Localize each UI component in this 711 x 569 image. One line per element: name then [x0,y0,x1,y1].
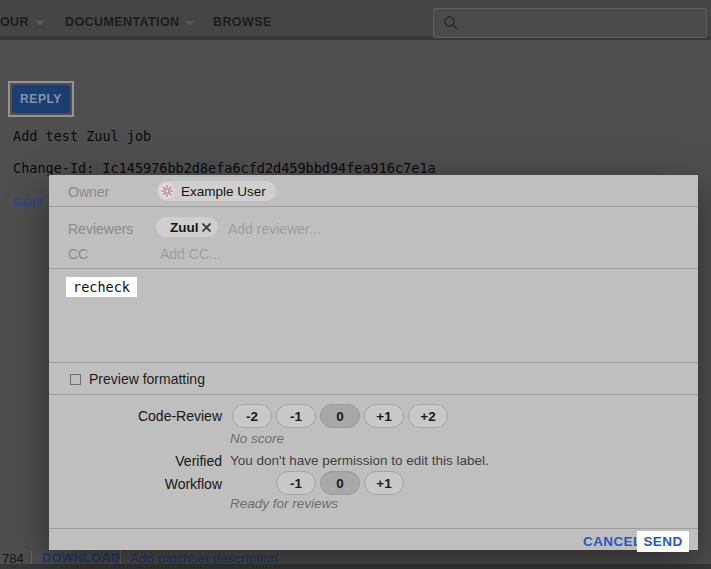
nav-menu-browse-label: BROWSE [213,15,272,29]
score-button[interactable]: +1 [364,471,404,495]
code-review-score-buttons: -2 -1 0 +1 +2 [232,404,448,428]
top-navigation-bar: OUR DOCUMENTATION BROWSE [0,0,711,40]
nav-menu-browse[interactable]: BROWSE [213,15,272,29]
cancel-button[interactable]: CANCEL [583,534,642,549]
score-button-selected[interactable]: 0 [320,471,360,495]
add-reviewer-input[interactable]: Add reviewer... [228,221,321,237]
score-button-selected[interactable]: 0 [320,404,360,428]
search-input[interactable] [459,9,706,37]
edit-link[interactable]: EDIT [13,195,45,210]
verified-label: Verified [49,453,222,469]
owner-chip: Example User [157,181,276,201]
code-review-note: No score [230,431,284,446]
score-button[interactable]: -2 [232,404,272,428]
section-divider [49,394,698,395]
reply-button[interactable]: REPLY [12,85,70,113]
score-button[interactable]: -1 [276,471,316,495]
preview-formatting-label: Preview formatting [89,371,205,387]
score-button[interactable]: +1 [364,404,404,428]
owner-label: Owner [68,184,109,200]
section-divider [49,528,698,529]
code-review-label: Code-Review [49,408,222,424]
footer-divider [31,551,32,565]
bottom-page-edge [0,564,711,569]
nav-menu-documentation-label: DOCUMENTATION [65,15,179,29]
section-divider [49,362,698,363]
reviewers-label: Reviewers [68,221,133,237]
cc-label: CC [68,246,88,262]
avatar [159,183,175,199]
close-icon [201,222,212,233]
chevron-down-icon [185,21,195,26]
reply-message-text: recheck [66,277,137,297]
remove-reviewer-button[interactable] [200,220,214,234]
add-cc-input[interactable]: Add CC... [160,246,221,262]
nav-menu-your[interactable]: OUR [0,15,45,29]
commit-message-line: Add test Zuul job [13,128,151,144]
nav-menu-documentation[interactable]: DOCUMENTATION [65,15,195,29]
owner-name: Example User [181,184,266,199]
score-button[interactable]: +2 [408,404,448,428]
download-link[interactable]: DOWNLOAD [42,551,120,565]
footer-divider [120,551,121,565]
workflow-score-buttons: -1 0 +1 [276,471,404,495]
reply-message-textarea[interactable]: recheck [49,269,698,362]
send-button[interactable]: SEND [637,531,689,552]
search-box[interactable] [433,8,707,38]
reply-dialog: Owner Example User Reviewers Zuul Add re… [49,175,698,550]
workflow-label: Workflow [49,476,222,492]
search-icon [443,15,459,31]
section-divider [49,206,698,207]
reviewer-name: Zuul [170,220,199,235]
preview-formatting-checkbox[interactable] [70,374,81,385]
verified-permission-text: You don't have permission to edit this l… [230,453,489,468]
nav-menu-your-label: OUR [0,15,29,29]
reviewer-chip: Zuul [156,217,218,237]
workflow-note: Ready for reviews [230,496,338,511]
score-button[interactable]: -1 [276,404,316,428]
change-id-line: Change-Id: Ic145976bb2d8efa6cfd2d459bbd9… [13,160,436,176]
chevron-down-icon [35,21,45,26]
